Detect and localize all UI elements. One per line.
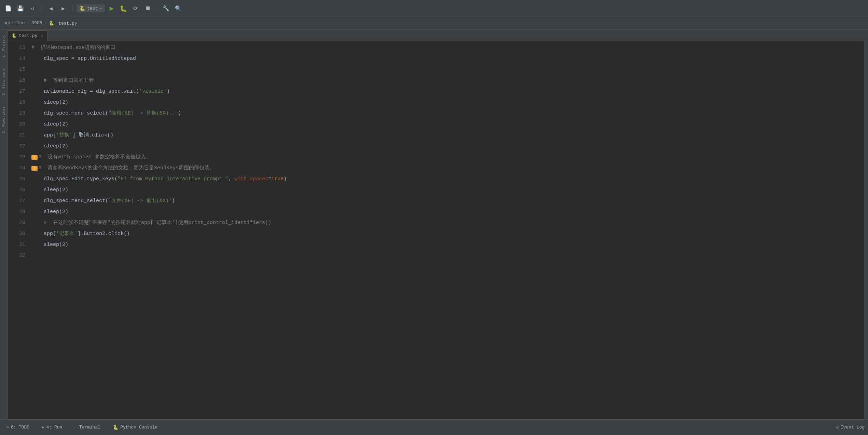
search-everywhere-icon[interactable]: 🔍 [174, 4, 183, 13]
editor-area: 🐍 test.py × 13 14 15 16 17 18 19 20 21 2… [8, 29, 868, 419]
code-line-24: !# 请参阅SendKeys的这个方法的文档，因为它是SendKeys周围的薄包… [28, 163, 864, 174]
code-line-29: # 在这时候不清楚"不保存"的按钮名就对app['记事本']使用print_co… [28, 218, 864, 228]
line-num-15: 15 [10, 64, 25, 75]
event-log-icon: ◱ [836, 424, 839, 430]
code-line-32 [28, 250, 864, 261]
back-icon[interactable]: ◀ [46, 4, 56, 13]
code-line-17: actionable_dlg = dlg_spec.wait('visible'… [28, 86, 864, 97]
forward-icon[interactable]: ▶ [58, 4, 68, 13]
code-line-28: sleep(2) [28, 207, 864, 218]
file-tab-test-py[interactable]: 🐍 test.py × [8, 30, 47, 41]
stop-icon[interactable]: ⏹ [143, 4, 153, 13]
bottom-tab-run[interactable]: ▶ 4: Run [39, 423, 65, 432]
separator-2 [72, 4, 72, 13]
sidebar-tab-structure[interactable]: 2: Structure [1, 66, 6, 97]
code-line-22: sleep(2) [28, 141, 864, 152]
bottom-toolbar: ≡ 6: TODO ▶ 4: Run ▭ Terminal 🐍 Python C… [0, 419, 868, 435]
code-line-19: dlg_spec.menu_select("编辑(&E) -> 替换(&R)..… [28, 108, 864, 119]
terminal-icon: ▭ [74, 424, 77, 430]
line-num-29: 29 [10, 218, 25, 228]
line-num-21: 21 [10, 130, 25, 141]
file-tabs-bar: 🐍 test.py × [8, 29, 868, 41]
line-num-13: 13 [10, 42, 25, 53]
right-scrollbar[interactable] [864, 41, 868, 419]
line-num-30: 30 [10, 228, 25, 239]
line-num-26: 26 [10, 185, 25, 196]
bottom-tab-todo[interactable]: ≡ 6: TODO [3, 423, 32, 432]
breadcrumb-folder[interactable]: 0905 [31, 21, 42, 26]
warning-icon-24: ! [31, 166, 38, 171]
code-line-25: dlg_spec.Edit.type_keys("Hi from Python … [28, 174, 864, 185]
breadcrumb-sep-1: › [27, 21, 29, 26]
code-line-31: sleep(2) [28, 239, 864, 250]
breadcrumb-file[interactable]: 🐍 test.py [49, 21, 77, 26]
line-numbers-gutter: 13 14 15 16 17 18 19 20 21 22 23 24 25 2… [8, 41, 28, 419]
line-num-18: 18 [10, 97, 25, 108]
file-tab-name: test.py [19, 33, 38, 38]
line-num-14: 14 [10, 53, 25, 64]
file-tab-close-button[interactable]: × [41, 34, 43, 38]
code-line-13: # 描述Notepad.exe进程内的窗口 [28, 42, 864, 53]
code-line-15 [28, 64, 864, 75]
run-config-dropdown-icon: ▾ [100, 6, 102, 11]
breadcrumb-project[interactable]: untitled [3, 21, 25, 26]
breadcrumb-sep-2: › [44, 21, 47, 26]
line-num-25: 25 [10, 174, 25, 185]
sidebar-tab-project[interactable]: 1: Project [1, 33, 6, 60]
run-config-name: test [87, 6, 98, 11]
run-button[interactable]: ▶ [108, 3, 116, 13]
run-label: 4: Run [46, 425, 62, 430]
debug-icon[interactable]: 🐛 [119, 4, 128, 13]
file-tab-python-icon: 🐍 [12, 33, 17, 38]
bottom-tab-terminal[interactable]: ▭ Terminal [72, 423, 103, 432]
terminal-label: Terminal [79, 425, 100, 430]
line-num-20: 20 [10, 119, 25, 130]
line-num-32: 32 [10, 250, 25, 261]
line-num-23: 23 [10, 152, 25, 163]
code-content[interactable]: # 描述Notepad.exe进程内的窗口 dlg_spec = app.Unt… [28, 41, 864, 419]
bottom-tab-event-log[interactable]: ◱ Event Log [836, 424, 865, 430]
left-sidebar: 1: Project 2: Structure 2: Favorites [0, 29, 8, 419]
line-num-24: 24 [10, 163, 25, 174]
run-config-selector[interactable]: 🐍 test ▾ [77, 4, 105, 12]
run-tab-icon: ▶ [42, 424, 44, 430]
line-num-28: 28 [10, 207, 25, 218]
line-num-16: 16 [10, 75, 25, 86]
code-line-21: app['替换'].取消.click() [28, 130, 864, 141]
run-config-python-icon: 🐍 [79, 5, 85, 11]
save-icon[interactable]: 💾 [16, 4, 25, 13]
code-line-16: # 等到窗口真的开着 [28, 75, 864, 86]
code-line-30: app['记事本'].Button2.click() [28, 228, 864, 239]
sync-icon[interactable]: ↺ [28, 4, 38, 13]
code-line-14: dlg_spec = app.UntitledNotepad [28, 53, 864, 64]
line-num-19: 19 [10, 108, 25, 119]
main-area: 1: Project 2: Structure 2: Favorites 🐍 t… [0, 29, 868, 419]
code-line-20: sleep(2) [28, 119, 864, 130]
line-num-22: 22 [10, 141, 25, 152]
code-line-27: dlg_spec.menu_select('文件(&F) -> 退出(&X)') [28, 196, 864, 207]
warning-icon-23: ! [31, 155, 38, 160]
python-console-label: Python Console [120, 425, 157, 430]
code-line-18: sleep(2) [28, 97, 864, 108]
breadcrumb: untitled › 0905 › 🐍 test.py [0, 17, 868, 29]
reload-with-changes-icon[interactable]: ⟳ [131, 4, 140, 13]
separator-3 [157, 4, 157, 13]
new-file-icon[interactable]: 📄 [3, 4, 13, 13]
breadcrumb-file-icon: 🐍 [49, 21, 54, 26]
code-editor: 13 14 15 16 17 18 19 20 21 22 23 24 25 2… [8, 41, 868, 419]
separator-1 [42, 4, 42, 13]
toolbar: 📄 💾 ↺ ◀ ▶ 🐍 test ▾ ▶ 🐛 ⟳ ⏹ 🔧 🔍 [0, 0, 868, 17]
code-line-26: sleep(2) [28, 185, 864, 196]
bottom-tab-python-console[interactable]: 🐍 Python Console [110, 423, 160, 432]
code-line-23: !# 没有with_spaces 参数空格将不会被键入。 [28, 152, 864, 163]
event-log-label: Event Log [841, 425, 865, 430]
settings-icon[interactable]: 🔧 [161, 4, 171, 13]
line-num-31: 31 [10, 239, 25, 250]
line-num-27: 27 [10, 196, 25, 207]
todo-label: 6: TODO [11, 425, 29, 430]
line-num-17: 17 [10, 86, 25, 97]
todo-icon: ≡ [6, 425, 9, 430]
sidebar-tab-favorites[interactable]: 2: Favorites [1, 104, 6, 135]
python-console-icon: 🐍 [113, 424, 119, 430]
